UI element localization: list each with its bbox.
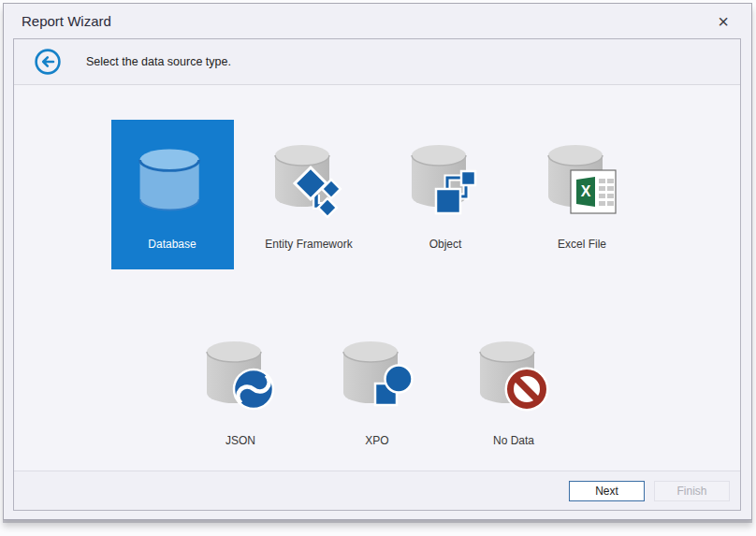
database-cylinder-icon: [111, 120, 234, 230]
tile-no-data[interactable]: No Data: [453, 316, 575, 466]
back-button[interactable]: [34, 48, 62, 76]
tile-label: Entity Framework: [248, 230, 371, 251]
tile-label: No Data: [453, 427, 575, 447]
wizard-footer: Next Finish: [14, 471, 740, 510]
page-instruction: Select the data source type.: [86, 55, 231, 68]
tile-entity-framework[interactable]: Entity Framework: [248, 120, 371, 269]
json-swirl-icon: [180, 316, 302, 427]
no-data-icon: [453, 316, 575, 427]
window-title: Report Wizard: [22, 13, 716, 29]
finish-button[interactable]: Finish: [654, 481, 730, 501]
tile-excel-file[interactable]: X Excel File: [521, 120, 644, 269]
tile-row-2: JSON XPO: [14, 269, 740, 466]
wizard-panel: Select the data source type. Database: [13, 38, 741, 511]
tile-label: Database: [111, 230, 234, 251]
tile-xpo[interactable]: XPO: [316, 316, 439, 466]
tile-row-1: Database Entity Framework: [14, 85, 740, 269]
tile-label: JSON: [180, 427, 302, 447]
tile-object[interactable]: Object: [385, 120, 507, 269]
entity-framework-icon: [248, 120, 371, 230]
next-button[interactable]: Next: [569, 481, 645, 501]
data-source-grid: Database Entity Framework: [14, 85, 740, 471]
tile-json[interactable]: JSON: [180, 316, 302, 466]
tile-label: Excel File: [521, 230, 644, 251]
svg-text:X: X: [581, 183, 591, 199]
back-arrow-icon: [34, 48, 62, 76]
tile-label: XPO: [316, 427, 439, 447]
close-icon[interactable]: ×: [716, 12, 731, 31]
object-icon: [385, 120, 507, 230]
xpo-icon: [316, 316, 439, 427]
tile-database[interactable]: Database: [111, 120, 234, 269]
titlebar: Report Wizard ×: [4, 4, 751, 38]
report-wizard-dialog: Report Wizard × Select the data source t…: [3, 3, 752, 520]
wizard-header: Select the data source type.: [14, 39, 740, 85]
tile-label: Object: [385, 230, 507, 251]
excel-file-icon: X: [521, 120, 644, 230]
